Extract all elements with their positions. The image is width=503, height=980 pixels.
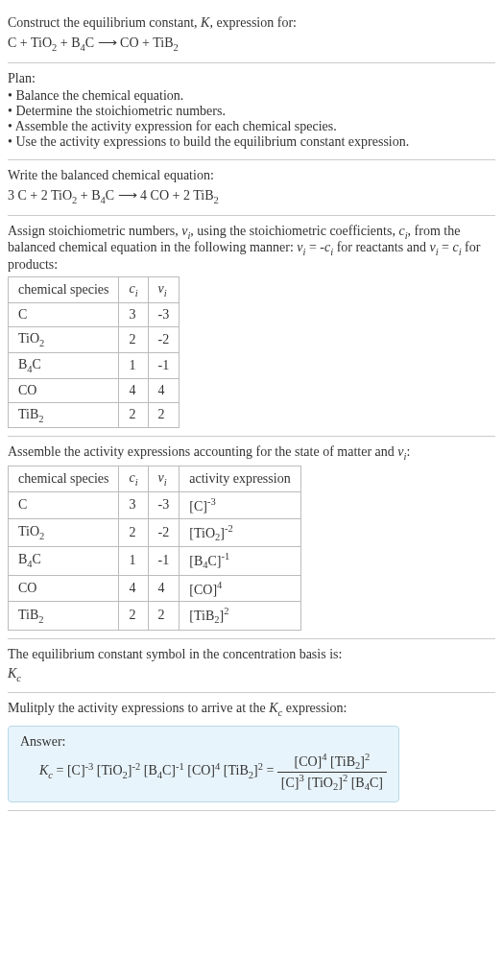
stoich-prompt: Assign stoichiometric numbers, νi, using… xyxy=(8,224,495,274)
table-row: TiB222 xyxy=(9,402,180,428)
answer-label: Answer: xyxy=(20,734,387,750)
table-row: C3-3[C]-3 xyxy=(9,491,301,518)
final-prompt: Mulitply the activity expressions to arr… xyxy=(8,701,495,718)
table-row: B4C1-1 xyxy=(9,352,180,378)
denominator: [C]3 [TiO2]2 [B4C] xyxy=(277,773,387,792)
answer-box: Answer: Kc = [C]-3 [TiO2]-2 [B4C]-1 [CO]… xyxy=(8,726,399,802)
col-activity: activity expression xyxy=(180,466,300,492)
activity-prompt: Assemble the activity expressions accoun… xyxy=(8,444,495,462)
activity-table: chemical species ci νi activity expressi… xyxy=(8,466,301,630)
unbalanced-equation: C + TiO2 + B4C ⟶ CO + TiB2 xyxy=(8,35,495,53)
table-row: TiO22-2 xyxy=(9,326,180,352)
table-row: TiB222[TiB2]2 xyxy=(9,602,301,630)
fraction: [CO]4 [TiB2]2 [C]3 [TiO2]2 [B4C] xyxy=(277,752,387,792)
balanced-prompt: Write the balanced chemical equation: xyxy=(8,168,495,183)
table-row: B4C1-1[B4C]-1 xyxy=(9,547,301,575)
kc-symbol: Kc xyxy=(8,666,495,683)
col-species: chemical species xyxy=(9,466,119,492)
section-plan: Plan: Balance the chemical equation. Det… xyxy=(8,63,495,160)
stoich-table: chemical species ci νi C3-3 TiO22-2 B4C1… xyxy=(8,276,180,428)
section-activity: Assemble the activity expressions accoun… xyxy=(8,437,495,638)
table-row: CO44[CO]4 xyxy=(9,575,301,602)
plan-item: Assemble the activity expression for eac… xyxy=(8,119,495,134)
numerator: [CO]4 [TiB2]2 xyxy=(277,752,387,772)
plan-title: Plan: xyxy=(8,71,495,86)
table-row: C3-3 xyxy=(9,302,180,326)
section-symbol: The equilibrium constant symbol in the c… xyxy=(8,639,495,694)
plan-item: Use the activity expressions to build th… xyxy=(8,134,495,150)
table-row: CO44 xyxy=(9,378,180,402)
construct-prompt: Construct the equilibrium constant, K, e… xyxy=(8,15,495,31)
plan-item: Balance the chemical equation. xyxy=(8,88,495,104)
section-stoich: Assign stoichiometric numbers, νi, using… xyxy=(8,216,495,438)
table-row: TiO22-2[TiO2]-2 xyxy=(9,518,301,546)
table-header-row: chemical species ci νi activity expressi… xyxy=(9,466,301,492)
plan-list: Balance the chemical equation. Determine… xyxy=(8,88,495,150)
balanced-equation: 3 C + 2 TiO2 + B4C ⟶ 4 CO + 2 TiB2 xyxy=(8,187,495,205)
plan-item: Determine the stoichiometric numbers. xyxy=(8,104,495,119)
col-ci: ci xyxy=(119,466,148,492)
col-vi: νi xyxy=(148,466,180,492)
table-header-row: chemical species ci νi xyxy=(9,277,180,303)
section-construct: Construct the equilibrium constant, K, e… xyxy=(8,8,495,63)
final-equation: Kc = [C]-3 [TiO2]-2 [B4C]-1 [CO]4 [TiB2]… xyxy=(20,752,387,792)
section-final: Mulitply the activity expressions to arr… xyxy=(8,693,495,811)
col-ci: ci xyxy=(119,277,148,303)
symbol-prompt: The equilibrium constant symbol in the c… xyxy=(8,647,495,662)
section-balanced: Write the balanced chemical equation: 3 … xyxy=(8,160,495,216)
col-vi: νi xyxy=(148,277,180,303)
col-species: chemical species xyxy=(9,277,119,303)
